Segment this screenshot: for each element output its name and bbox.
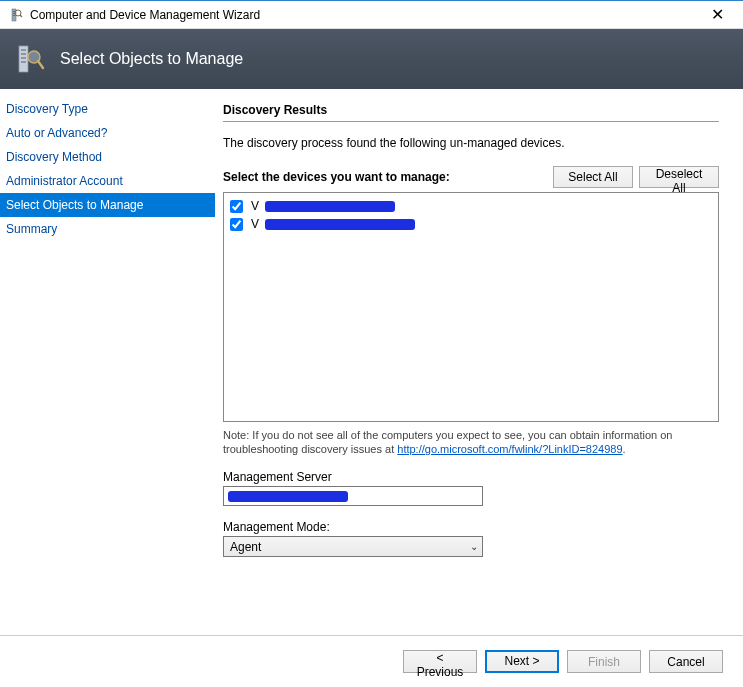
close-button[interactable]: ✕ bbox=[695, 2, 739, 28]
svg-line-12 bbox=[38, 61, 43, 68]
wizard-footer: < Previous Next > Finish Cancel bbox=[0, 635, 743, 687]
chevron-down-icon: ⌄ bbox=[470, 541, 478, 552]
wizard-header: Select Objects to Manage bbox=[0, 29, 743, 89]
device-checkbox[interactable] bbox=[230, 200, 243, 213]
management-server-label: Management Server bbox=[223, 470, 719, 484]
section-title: Discovery Results bbox=[223, 103, 719, 122]
intro-text: The discovery process found the followin… bbox=[223, 136, 719, 150]
redacted-text bbox=[228, 491, 348, 502]
finish-button[interactable]: Finish bbox=[567, 650, 641, 673]
redacted-text bbox=[265, 219, 415, 230]
window-title: Computer and Device Management Wizard bbox=[30, 8, 695, 22]
cancel-button[interactable]: Cancel bbox=[649, 650, 723, 673]
svg-rect-9 bbox=[21, 57, 26, 59]
device-label: V bbox=[251, 217, 259, 231]
note-suffix: . bbox=[623, 443, 626, 455]
sidebar-item-auto-or-advanced[interactable]: Auto or Advanced? bbox=[0, 121, 215, 145]
management-mode-value: Agent bbox=[230, 540, 261, 554]
devices-listbox[interactable]: V V bbox=[223, 192, 719, 422]
wizard-main: Discovery Results The discovery process … bbox=[215, 89, 743, 635]
device-label: V bbox=[251, 199, 259, 213]
management-server-field[interactable] bbox=[223, 486, 483, 506]
wizard-heading: Select Objects to Manage bbox=[60, 50, 243, 68]
sidebar-item-select-objects[interactable]: Select Objects to Manage bbox=[0, 193, 215, 217]
management-mode-label: Management Mode: bbox=[223, 520, 719, 534]
select-prompt: Select the devices you want to manage: bbox=[223, 170, 450, 184]
redacted-text bbox=[265, 201, 395, 212]
note-link[interactable]: http://go.microsoft.com/fwlink/?LinkID=8… bbox=[397, 443, 622, 455]
next-button[interactable]: Next > bbox=[485, 650, 559, 673]
device-row[interactable]: V bbox=[228, 197, 714, 215]
sidebar-item-discovery-type[interactable]: Discovery Type bbox=[0, 97, 215, 121]
title-bar: Computer and Device Management Wizard ✕ bbox=[0, 1, 743, 29]
note-text: Note: If you do not see all of the compu… bbox=[223, 428, 719, 456]
svg-rect-7 bbox=[21, 49, 26, 51]
device-row[interactable]: V bbox=[228, 215, 714, 233]
sidebar-item-discovery-method[interactable]: Discovery Method bbox=[0, 145, 215, 169]
select-all-button[interactable]: Select All bbox=[553, 166, 633, 188]
wizard-sidebar: Discovery Type Auto or Advanced? Discove… bbox=[0, 89, 215, 635]
device-checkbox[interactable] bbox=[230, 218, 243, 231]
management-mode-dropdown[interactable]: Agent ⌄ bbox=[223, 536, 483, 557]
previous-button[interactable]: < Previous bbox=[403, 650, 477, 673]
sidebar-item-summary[interactable]: Summary bbox=[0, 217, 215, 241]
deselect-all-button[interactable]: Deselect All bbox=[639, 166, 719, 188]
svg-rect-3 bbox=[13, 15, 15, 16]
svg-rect-10 bbox=[21, 61, 26, 63]
wizard-header-icon bbox=[14, 43, 46, 75]
svg-line-5 bbox=[20, 15, 22, 17]
app-icon bbox=[8, 7, 24, 23]
sidebar-item-administrator-account[interactable]: Administrator Account bbox=[0, 169, 215, 193]
svg-rect-8 bbox=[21, 53, 26, 55]
